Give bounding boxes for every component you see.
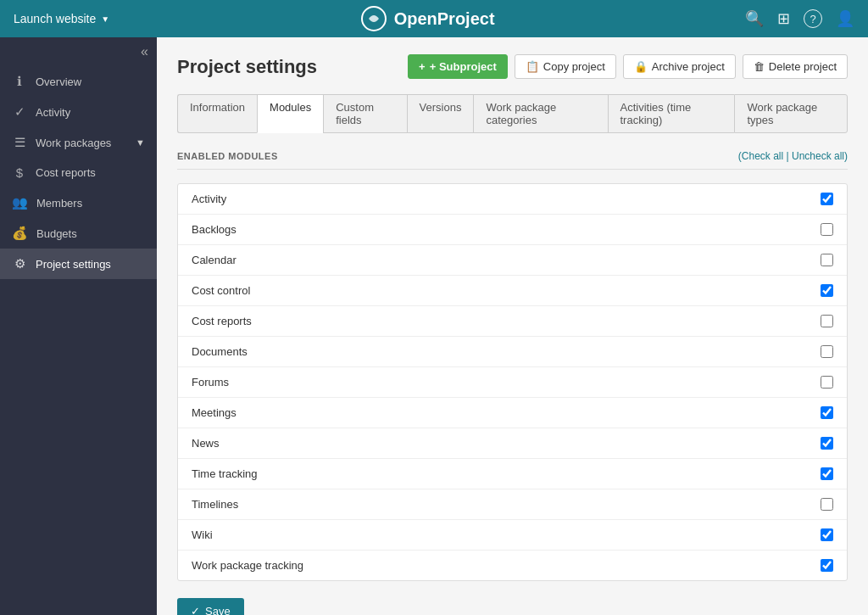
save-check-icon: ✓: [191, 605, 200, 615]
check-uncheck-links: (Check all | Uncheck all): [738, 150, 848, 162]
module-item-work-package-tracking: Work package tracking: [178, 551, 847, 580]
sidebar-item-label: Project settings: [36, 258, 111, 271]
sidebar-item-budgets[interactable]: 💰 Budgets: [0, 218, 157, 249]
module-checkbox-timelines[interactable]: [821, 498, 833, 511]
modules-section-title: ENABLED MODULES: [177, 151, 278, 161]
copy-project-button[interactable]: 📋 Copy project: [515, 54, 616, 79]
user-icon[interactable]: 👤: [836, 9, 854, 28]
sidebar-item-project-settings[interactable]: ⚙ Project settings: [0, 249, 157, 279]
sidebar-item-label: Overview: [36, 75, 81, 88]
activity-icon: ✓: [12, 104, 27, 120]
cost-reports-icon: $: [12, 165, 27, 180]
sidebar-item-cost-reports[interactable]: $ Cost reports: [0, 158, 157, 187]
module-label-activity: Activity: [192, 193, 810, 205]
top-nav-actions: 🔍 ⊞ ? 👤: [745, 9, 854, 28]
sidebar-item-label: Work packages: [36, 137, 111, 149]
sidebar-item-work-packages[interactable]: ☰ Work packages ▼: [0, 127, 157, 158]
module-item-meetings: Meetings: [178, 398, 847, 428]
module-checkbox-cost-reports[interactable]: [821, 315, 833, 327]
module-label-cost-control: Cost control: [192, 284, 810, 297]
tab-versions[interactable]: Versions: [407, 94, 474, 133]
subproject-label: + Subproject: [430, 60, 497, 73]
module-label-wiki: Wiki: [192, 528, 810, 541]
main-layout: « ℹ Overview ✓ Activity ☰ Work packages …: [0, 37, 868, 615]
tab-work-package-categories[interactable]: Work package categories: [473, 94, 607, 133]
module-label-cost-reports: Cost reports: [192, 315, 810, 327]
sidebar-item-label: Members: [36, 197, 82, 210]
module-item-forums: Forums: [178, 367, 847, 398]
module-item-documents: Documents: [178, 337, 847, 367]
module-checkbox-work-package-tracking[interactable]: [821, 559, 833, 572]
module-checkbox-meetings[interactable]: [821, 406, 833, 419]
sidebar-item-members[interactable]: 👥 Members: [0, 187, 157, 218]
module-checkbox-documents[interactable]: [821, 345, 833, 358]
sidebar-item-label: Activity: [36, 106, 70, 119]
delete-icon: 🗑: [754, 60, 765, 73]
module-label-news: News: [192, 437, 810, 450]
module-item-wiki: Wiki: [178, 520, 847, 551]
sidebar-collapse-button[interactable]: «: [0, 37, 157, 66]
grid-icon[interactable]: ⊞: [777, 9, 790, 28]
top-navigation: Launch website ▼ OpenProject 🔍 ⊞ ? 👤: [0, 0, 868, 37]
members-icon: 👥: [12, 195, 28, 210]
module-label-forums: Forums: [192, 376, 810, 389]
module-checkbox-activity[interactable]: [821, 193, 833, 205]
module-item-calendar: Calendar: [178, 245, 847, 276]
archive-project-button[interactable]: 🔒 Archive project: [623, 54, 736, 79]
module-list: ActivityBacklogsCalendarCost controlCost…: [177, 183, 848, 581]
subproject-button[interactable]: + + Subproject: [408, 54, 508, 79]
delete-project-button[interactable]: 🗑 Delete project: [743, 54, 848, 79]
module-item-backlogs: Backlogs: [178, 215, 847, 245]
save-section: ✓ Save: [177, 598, 848, 615]
uncheck-all-link[interactable]: Uncheck all: [792, 150, 844, 162]
sidebar-item-activity[interactable]: ✓ Activity: [0, 97, 157, 127]
module-checkbox-news[interactable]: [821, 437, 833, 450]
work-packages-expand-icon: ▼: [136, 137, 145, 148]
module-item-activity: Activity: [178, 184, 847, 215]
check-all-link[interactable]: Check all: [742, 150, 783, 162]
module-item-news: News: [178, 428, 847, 459]
module-label-timelines: Timelines: [192, 498, 810, 511]
overview-icon: ℹ: [12, 74, 27, 89]
module-label-documents: Documents: [192, 345, 810, 358]
tab-work-package-types[interactable]: Work package types: [734, 94, 848, 133]
delete-label: Delete project: [769, 60, 837, 73]
module-checkbox-wiki[interactable]: [821, 528, 833, 541]
page-title: Project settings: [177, 56, 317, 78]
module-checkbox-time-tracking[interactable]: [821, 467, 833, 480]
help-icon[interactable]: ?: [804, 9, 822, 28]
budgets-icon: 💰: [12, 226, 28, 241]
tab-activities-time-tracking[interactable]: Activities (time tracking): [608, 94, 735, 133]
sidebar-item-overview[interactable]: ℹ Overview: [0, 66, 157, 97]
work-packages-icon: ☰: [12, 135, 27, 150]
sidebar-item-label: Budgets: [36, 227, 77, 240]
save-button[interactable]: ✓ Save: [177, 598, 244, 615]
module-label-calendar: Calendar: [192, 254, 810, 266]
module-checkbox-calendar[interactable]: [821, 254, 833, 266]
page-header: Project settings + + Subproject 📋 Copy p…: [177, 54, 848, 79]
header-actions: + + Subproject 📋 Copy project 🔒 Archive …: [408, 54, 848, 79]
search-icon[interactable]: 🔍: [745, 9, 764, 28]
module-checkbox-forums[interactable]: [821, 376, 833, 389]
logo-icon: [360, 5, 387, 32]
module-label-meetings: Meetings: [192, 406, 810, 419]
module-checkbox-cost-control[interactable]: [821, 284, 833, 297]
module-label-backlogs: Backlogs: [192, 223, 810, 236]
module-item-cost-reports: Cost reports: [178, 306, 847, 337]
module-checkbox-backlogs[interactable]: [821, 223, 833, 236]
launch-website-label: Launch website: [14, 12, 96, 25]
module-label-work-package-tracking: Work package tracking: [192, 559, 810, 572]
save-label: Save: [205, 605, 231, 615]
copy-label: Copy project: [543, 60, 605, 73]
sidebar: « ℹ Overview ✓ Activity ☰ Work packages …: [0, 37, 157, 615]
project-settings-icon: ⚙: [12, 256, 27, 271]
tab-information[interactable]: Information: [177, 94, 257, 133]
modules-header: ENABLED MODULES (Check all | Uncheck all…: [177, 150, 848, 170]
logo-text: OpenProject: [394, 9, 495, 29]
module-item-timelines: Timelines: [178, 489, 847, 520]
sidebar-item-label: Cost reports: [36, 166, 96, 179]
launch-website-button[interactable]: Launch website ▼: [14, 12, 109, 25]
tab-modules[interactable]: Modules: [257, 94, 323, 133]
tab-custom-fields[interactable]: Custom fields: [323, 94, 406, 133]
module-label-time-tracking: Time tracking: [192, 467, 810, 480]
